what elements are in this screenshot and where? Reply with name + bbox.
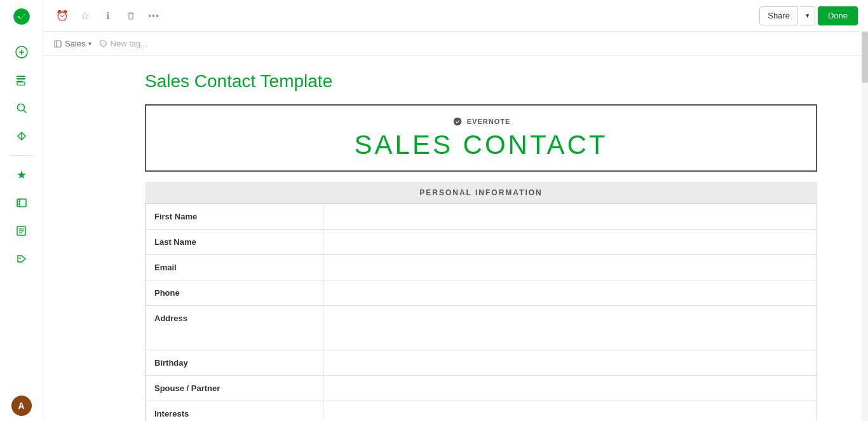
notebooks-icon[interactable] (9, 190, 34, 216)
svg-rect-4 (17, 76, 25, 77)
field-value-interests[interactable] (323, 401, 817, 422)
field-label-email: Email (146, 255, 323, 280)
reminder-icon[interactable]: ⏰ (53, 7, 71, 25)
personal-info-header: PERSONAL INFORMATION (145, 182, 817, 204)
field-label-last-name: Last Name (146, 230, 323, 255)
svg-line-9 (24, 111, 26, 113)
toolbar-right: Share ▾ Done (759, 6, 858, 25)
share-chevron-button[interactable]: ▾ (801, 6, 815, 25)
field-value-last-name[interactable] (323, 230, 817, 255)
field-value-email[interactable] (323, 255, 817, 280)
star-icon[interactable]: ☆ (76, 7, 94, 25)
info-icon[interactable]: ℹ (99, 7, 117, 25)
note-content: Sales Contact Template EVERNOTE SALES CO… (43, 56, 868, 421)
banner-logo: EVERNOTE (452, 116, 511, 127)
page-title: Sales Contact Template (145, 71, 817, 92)
new-note-button[interactable] (9, 39, 34, 65)
field-value-first-name[interactable] (323, 204, 817, 230)
table-row: Birthday (146, 350, 817, 376)
personal-info-table: First Name Last Name Email Phone Address (145, 204, 817, 421)
svg-point-18 (19, 258, 20, 259)
table-row: Interests (146, 401, 817, 422)
toolbar-left: ⏰ ☆ ℹ ••• (53, 7, 754, 25)
evernote-logo[interactable] (10, 5, 33, 28)
table-row: Last Name (146, 230, 817, 255)
notebook-breadcrumb[interactable]: Sales ▾ (53, 39, 92, 48)
delete-icon[interactable] (122, 7, 140, 25)
main-area: ⏰ ☆ ℹ ••• Share ▾ Done Sales ▾ (43, 0, 868, 421)
field-value-birthday[interactable] (323, 350, 817, 376)
field-label-spouse: Spouse / Partner (146, 376, 323, 401)
tags-icon[interactable] (9, 218, 34, 244)
label-icon[interactable] (9, 246, 34, 272)
sidebar: ★ A (0, 0, 43, 421)
search-icon[interactable] (9, 95, 34, 121)
svg-point-8 (17, 104, 24, 111)
field-label-first-name: First Name (146, 204, 323, 230)
toolbar: ⏰ ☆ ℹ ••• Share ▾ Done (43, 0, 868, 32)
field-label-address: Address (146, 306, 323, 350)
table-row: Address (146, 306, 817, 350)
scrollbar-track (862, 56, 868, 421)
table-row: Email (146, 255, 817, 280)
field-label-phone: Phone (146, 280, 323, 306)
tag-placeholder: New tag... (111, 39, 148, 48)
sidebar-bottom: A (11, 396, 32, 416)
field-value-phone[interactable] (323, 280, 817, 306)
share-button[interactable]: Share (759, 6, 798, 25)
table-row: Spouse / Partner (146, 376, 817, 401)
shortcuts-icon[interactable] (9, 123, 34, 149)
table-row: First Name (146, 204, 817, 230)
breadcrumb-bar: Sales ▾ New tag... (43, 32, 868, 56)
banner-logo-text: EVERNOTE (467, 118, 511, 125)
field-value-spouse[interactable] (323, 376, 817, 401)
note-banner: EVERNOTE SALES CONTACT (145, 104, 817, 172)
notebook-name: Sales (65, 39, 86, 48)
sidebar-divider (9, 155, 34, 156)
field-value-address[interactable] (323, 306, 817, 350)
table-row: Phone (146, 280, 817, 306)
svg-rect-10 (17, 199, 26, 207)
field-label-birthday: Birthday (146, 350, 323, 376)
notes-list-icon[interactable] (9, 67, 34, 93)
svg-rect-19 (55, 41, 61, 47)
more-icon[interactable]: ••• (145, 7, 163, 25)
svg-rect-7 (17, 82, 25, 85)
avatar[interactable]: A (11, 396, 32, 416)
starred-icon[interactable]: ★ (9, 162, 34, 188)
done-button[interactable]: Done (818, 6, 858, 25)
notebook-chevron: ▾ (88, 40, 92, 47)
banner-title: SALES CONTACT (355, 130, 608, 160)
svg-rect-5 (17, 78, 25, 79)
scrollbar-thumb[interactable] (862, 56, 868, 83)
field-label-interests: Interests (146, 401, 323, 422)
tag-breadcrumb[interactable]: New tag... (99, 39, 148, 48)
